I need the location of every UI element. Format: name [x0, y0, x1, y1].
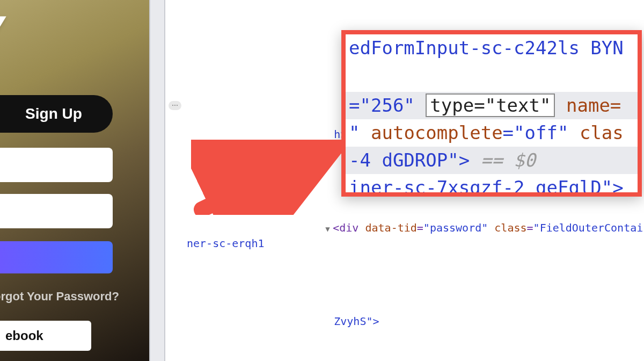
- log-in-button[interactable]: [0, 241, 113, 273]
- breakpoint-marker-icon[interactable]: ⋯: [169, 101, 181, 110]
- login-page: Y Sign Up orgot Your Password? ebook: [0, 0, 149, 361]
- dom-node[interactable]: ZvyhS">: [187, 298, 644, 345]
- facebook-login-button[interactable]: ebook: [0, 321, 91, 351]
- email-field[interactable]: [0, 148, 113, 182]
- annotation-zoom-overlay: edFormInput-sc-c242ls BYN ="256" type="t…: [341, 30, 642, 197]
- zoom-line: iner-sc-7xsgzf-2 geFglD">: [346, 174, 638, 197]
- expand-toggle-icon[interactable]: ▼: [325, 223, 333, 234]
- zoom-line: ="256" type="text" name=: [346, 92, 638, 119]
- zoom-line: edFormInput-sc-c242ls BYN: [346, 34, 638, 62]
- sign-up-button[interactable]: Sign Up: [0, 95, 113, 133]
- logo: Y: [0, 10, 149, 63]
- highlighted-attribute: type="text": [426, 93, 555, 117]
- zoom-line: " autocomplete="off" clas: [346, 119, 638, 147]
- dom-node[interactable]: ▼<div data-tid="password" class="FieldOu…: [187, 205, 644, 267]
- password-field[interactable]: [0, 194, 113, 228]
- zoom-line: [346, 62, 638, 92]
- forgot-password-link[interactable]: orgot Your Password?: [0, 290, 149, 304]
- devtools-splitter[interactable]: [149, 0, 165, 361]
- zoom-line: -4 dGDROP"> == $0: [346, 147, 638, 174]
